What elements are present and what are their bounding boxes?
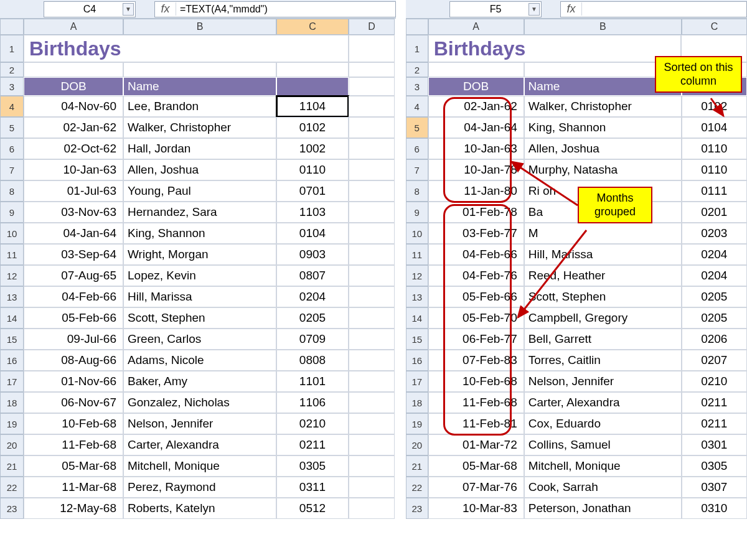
cell-mmdd[interactable]: 0207 bbox=[682, 350, 747, 371]
cell-mmdd[interactable]: 0110 bbox=[682, 138, 747, 159]
fx-icon[interactable]: fx bbox=[155, 2, 176, 16]
table-row[interactable]: 12 04-Feb-76 Reed, Heather 0204 bbox=[406, 265, 747, 286]
row-header[interactable]: 2 bbox=[406, 62, 428, 77]
row-header[interactable]: 17 bbox=[406, 371, 428, 392]
table-row[interactable]: 6 10-Jan-63 Allen, Joshua 0110 bbox=[406, 138, 747, 159]
cell-dob[interactable]: 10-Mar-83 bbox=[428, 498, 524, 519]
cell[interactable] bbox=[349, 265, 395, 286]
row-header[interactable]: 11 bbox=[0, 244, 24, 265]
cell-dob[interactable]: 04-Nov-60 bbox=[24, 96, 123, 117]
cell-dob[interactable]: 11-Jan-80 bbox=[428, 180, 524, 202]
cell-dob[interactable]: 04-Feb-76 bbox=[428, 265, 524, 286]
cell[interactable] bbox=[123, 62, 276, 77]
cell-name[interactable]: Wright, Morgan bbox=[123, 244, 276, 265]
cell-dob[interactable]: 10-Jan-78 bbox=[428, 159, 524, 180]
cell-name[interactable]: M bbox=[524, 223, 682, 244]
cell-mmdd[interactable]: 0110 bbox=[276, 159, 349, 180]
row-header[interactable]: 3 bbox=[0, 77, 24, 96]
cell-name[interactable]: Hernandez, Sara bbox=[123, 202, 276, 223]
cell-mmdd[interactable]: 0111 bbox=[682, 180, 747, 202]
cell-mmdd[interactable]: 0211 bbox=[682, 413, 747, 434]
table-row[interactable]: 8 11-Jan-80 Ri on 0111 bbox=[406, 180, 747, 202]
name-box-dropdown-icon[interactable]: ▼ bbox=[123, 3, 134, 16]
cell-mmdd[interactable]: 0201 bbox=[682, 202, 747, 223]
cell-name[interactable]: Allen, Joshua bbox=[123, 159, 276, 180]
cell-dob[interactable]: 04-Jan-64 bbox=[428, 117, 524, 138]
cell-dob[interactable]: 07-Mar-76 bbox=[428, 477, 524, 498]
cell[interactable] bbox=[349, 455, 395, 477]
cell-dob[interactable]: 08-Aug-66 bbox=[24, 350, 123, 371]
table-row[interactable]: 18 11-Feb-68 Carter, Alexandra 0211 bbox=[406, 392, 747, 413]
row-header[interactable]: 14 bbox=[406, 307, 428, 329]
cell-name[interactable]: Collins, Samuel bbox=[524, 434, 682, 455]
cell-dob[interactable]: 04-Jan-64 bbox=[24, 223, 123, 244]
row-header[interactable]: 17 bbox=[0, 371, 24, 392]
table-row[interactable]: 21 05-Mar-68 Mitchell, Monique 0305 bbox=[406, 455, 747, 477]
cell-name[interactable]: Green, Carlos bbox=[123, 329, 276, 350]
cell-mmdd[interactable]: 0206 bbox=[682, 329, 747, 350]
title-cell[interactable]: Birthdays bbox=[24, 35, 349, 62]
table-row[interactable]: 20 01-Mar-72 Collins, Samuel 0301 bbox=[406, 434, 747, 455]
cell[interactable] bbox=[349, 307, 395, 329]
cell-mmdd[interactable]: 1103 bbox=[276, 202, 349, 223]
row-header[interactable]: 7 bbox=[0, 159, 24, 180]
fx-icon[interactable]: fx bbox=[561, 2, 582, 16]
cell-dob[interactable]: 01-Feb-78 bbox=[428, 202, 524, 223]
cell-name[interactable]: Scott, Stephen bbox=[524, 286, 682, 307]
cell-dob[interactable]: 03-Feb-77 bbox=[428, 223, 524, 244]
cell-dob[interactable]: 04-Feb-66 bbox=[428, 244, 524, 265]
cell[interactable] bbox=[349, 77, 395, 96]
row-header[interactable]: 15 bbox=[0, 329, 24, 350]
cell-name[interactable]: Mitchell, Monique bbox=[123, 455, 276, 477]
cell-mmdd[interactable]: 0210 bbox=[682, 371, 747, 392]
table-row[interactable]: 8 01-Jul-63 Young, Paul 0701 bbox=[0, 180, 396, 202]
cell-mmdd[interactable]: 0205 bbox=[682, 286, 747, 307]
table-row[interactable]: 22 11-Mar-68 Perez, Raymond 0311 bbox=[0, 477, 396, 498]
row-header[interactable]: 12 bbox=[406, 265, 428, 286]
row-header[interactable]: 22 bbox=[406, 477, 428, 498]
cell-mmdd[interactable]: 0307 bbox=[682, 477, 747, 498]
row-header[interactable]: 19 bbox=[0, 413, 24, 434]
table-row[interactable]: 5 02-Jan-62 Walker, Christopher 0102 bbox=[0, 117, 396, 138]
row-header[interactable]: 16 bbox=[406, 350, 428, 371]
table-row[interactable]: 13 05-Feb-66 Scott, Stephen 0205 bbox=[406, 286, 747, 307]
cell-dob[interactable]: 05-Mar-68 bbox=[428, 455, 524, 477]
cell-mmdd[interactable]: 0305 bbox=[276, 455, 349, 477]
table-row[interactable]: 22 07-Mar-76 Cook, Sarrah 0307 bbox=[406, 477, 747, 498]
cell-mmdd[interactable]: 0305 bbox=[682, 455, 747, 477]
cell-mmdd[interactable]: 0102 bbox=[276, 117, 349, 138]
cell-name[interactable]: Lee, Brandon bbox=[123, 96, 276, 117]
row-header[interactable]: 7 bbox=[406, 159, 428, 180]
row-header[interactable]: 21 bbox=[406, 455, 428, 477]
select-all-corner[interactable] bbox=[0, 19, 24, 35]
cell-mmdd[interactable]: 1002 bbox=[276, 138, 349, 159]
cell-mmdd[interactable]: 0311 bbox=[276, 477, 349, 498]
select-all-corner[interactable] bbox=[406, 19, 428, 35]
row-header[interactable]: 6 bbox=[0, 138, 24, 159]
cell-name[interactable]: Hill, Marissa bbox=[524, 244, 682, 265]
table-header-dob[interactable]: DOB bbox=[24, 77, 123, 96]
cell-mmdd[interactable]: 0102 bbox=[682, 96, 747, 117]
cell[interactable] bbox=[349, 244, 395, 265]
row-header[interactable]: 11 bbox=[406, 244, 428, 265]
formula-input[interactable]: fx =TEXT(A4,"mmdd") bbox=[154, 1, 396, 17]
cell-name[interactable]: Young, Paul bbox=[123, 180, 276, 202]
row-header[interactable]: 22 bbox=[0, 477, 24, 498]
cell-name[interactable]: Scott, Stephen bbox=[123, 307, 276, 329]
table-row[interactable]: 14 05-Feb-70 Campbell, Gregory 0205 bbox=[406, 307, 747, 329]
row-header[interactable]: 10 bbox=[406, 223, 428, 244]
cell-dob[interactable]: 06-Nov-67 bbox=[24, 392, 123, 413]
cell-name[interactable]: Peterson, Jonathan bbox=[524, 498, 682, 519]
row-header[interactable]: 9 bbox=[0, 202, 24, 223]
cell-dob[interactable]: 10-Feb-68 bbox=[24, 413, 123, 434]
row-header[interactable]: 20 bbox=[406, 434, 428, 455]
cell-mmdd[interactable]: 0211 bbox=[276, 434, 349, 455]
table-row[interactable]: 16 07-Feb-83 Torres, Caitlin 0207 bbox=[406, 350, 747, 371]
cell-name[interactable]: Walker, Christopher bbox=[524, 96, 682, 117]
table-row[interactable]: 9 01-Feb-78 Ba 0201 bbox=[406, 202, 747, 223]
cell-dob[interactable]: 11-Feb-81 bbox=[428, 413, 524, 434]
cell-name[interactable]: Hill, Marissa bbox=[123, 286, 276, 307]
cell-dob[interactable]: 02-Jan-62 bbox=[24, 117, 123, 138]
cell[interactable] bbox=[349, 202, 395, 223]
cell-dob[interactable]: 06-Feb-77 bbox=[428, 329, 524, 350]
